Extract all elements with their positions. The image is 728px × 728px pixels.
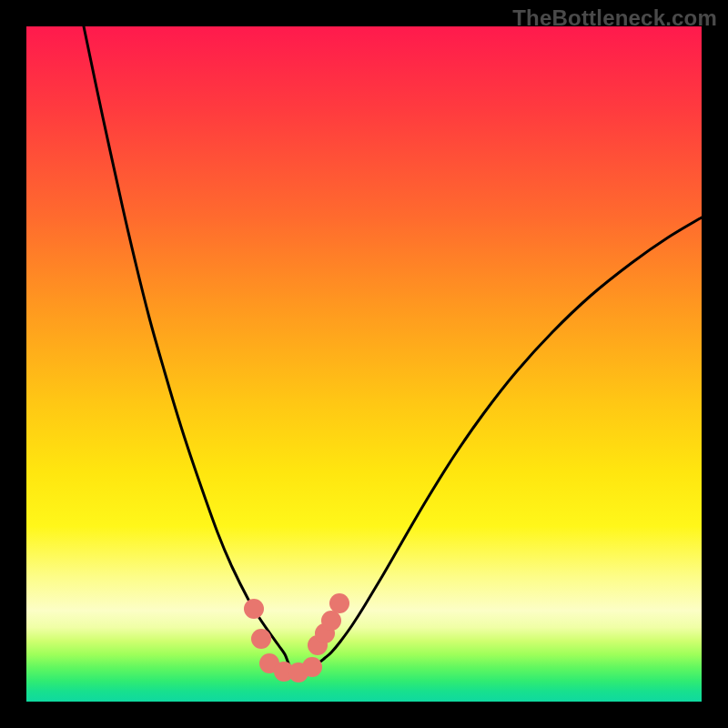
curve-marker [251,629,271,649]
curve-markers [244,593,349,682]
bottleneck-curve [84,26,702,672]
plot-area [26,26,702,702]
curve-marker [321,611,341,631]
curve-svg [26,26,702,702]
watermark-text: TheBottleneck.com [512,5,717,31]
curve-marker [302,657,322,677]
curve-marker [244,599,264,619]
curve-marker [329,593,349,613]
chart-frame: TheBottleneck.com [0,0,728,728]
